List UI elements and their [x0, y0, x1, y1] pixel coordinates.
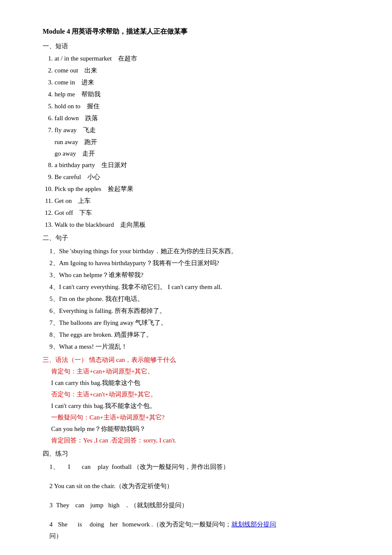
- list-item: 3.come in 进来: [43, 77, 358, 88]
- grammar-example1: I can carry this bag.我能拿这个包: [43, 377, 358, 389]
- sentence-item: 7、The balloons are flying away 气球飞了。: [43, 317, 358, 329]
- grammar-example2: I can't carry this bag.我不能拿这个包。: [43, 400, 358, 412]
- list-item: 4.help me 帮助我: [43, 89, 358, 100]
- exercise-item: 3 Theycanjumphigh ．（就划线部分提问）: [43, 500, 358, 511]
- list-item: 1.at / in the supermarket 在超市: [43, 53, 358, 64]
- grammar-rule1: 肯定句：主语+can+动词原型+其它。: [43, 366, 358, 377]
- list-item: 12.Got off 下车: [43, 207, 358, 219]
- list-item: 11.Get on 上车: [43, 195, 358, 207]
- list-item: 10.Pick up the apples 捡起苹果: [43, 183, 358, 195]
- page-title: Module 4 用英语寻求帮助，描述某人正在做某事: [43, 26, 358, 38]
- exercise-item: 2 You can sit on the chair.（改为否定祈使句）: [43, 480, 358, 492]
- list-item: 9.Be careful 小心: [43, 171, 358, 183]
- sentence-item: 3、Who can helpme？谁来帮帮我?: [43, 269, 358, 281]
- section4-header: 四、练习: [43, 448, 358, 460]
- sentence-item: 2、Am Igoing to havea birthdayparty？我将有一个…: [43, 257, 358, 269]
- grammar-rule3: 一般疑问句：Can+主语+动词原型+其它?: [43, 412, 358, 423]
- list-item: go away 走开: [43, 148, 358, 159]
- list-item: 5.hold on to 握住: [43, 101, 358, 112]
- sentence-item: 9、What a mess! 一片混乱！: [43, 341, 358, 353]
- sentence-item: 1、She 'sbuying things for your birthday．…: [43, 246, 358, 257]
- list-item: run away 跑开: [43, 136, 358, 148]
- section2-header: 二、句子: [43, 232, 358, 244]
- list-item: 2.come out 出来: [43, 65, 358, 76]
- grammar-example3: Can you help me？你能帮助我吗？: [43, 423, 358, 435]
- sentence-item: 8、The eggs are broken. 鸡蛋摔坏了。: [43, 329, 358, 341]
- section1-header: 一、短语: [43, 40, 358, 52]
- exercise-item: 4 Sheisdoingherhomework .（改为否定句;一般疑问句；就划…: [43, 519, 358, 542]
- grammar-rule4: 肯定回答：Yes ,I can .否定回答：sorry, I can't.: [43, 435, 358, 446]
- sentence-item: 6、Everything is falling. 所有东西都掉了。: [43, 305, 358, 317]
- list-item: 6.fall down 跌落: [43, 113, 358, 124]
- list-item: 13.Walk to the blackboard 走向黑板: [43, 219, 358, 231]
- sentence-item: 4、I can't carry everything. 我拿不动它们。 I ca…: [43, 281, 358, 293]
- list-item: 8.a birthday party 生日派对: [43, 159, 358, 171]
- list-item: 7.fly away 飞走: [43, 124, 358, 136]
- grammar-header: 三、语法（一） 情态动词 can，表示能够干什么: [43, 354, 358, 366]
- exercise-item: 1、 Icanplayfootball （改为一般疑问句，并作出回答）: [43, 461, 358, 473]
- sentence-section: 1、She 'sbuying things for your birthday．…: [43, 246, 358, 353]
- sentence-item: 5、I'm on the phone. 我在打电话。: [43, 293, 358, 305]
- phrase-list: 1.at / in the supermarket 在超市2.come out …: [43, 53, 358, 231]
- exercise-section: 1、 Icanplayfootball （改为一般疑问句，并作出回答）2 You…: [43, 461, 358, 542]
- grammar-rule2: 否定句：主语+can't+动词原型+其它。: [43, 389, 358, 400]
- grammar-section: 三、语法（一） 情态动词 can，表示能够干什么 肯定句：主语+can+动词原型…: [43, 354, 358, 446]
